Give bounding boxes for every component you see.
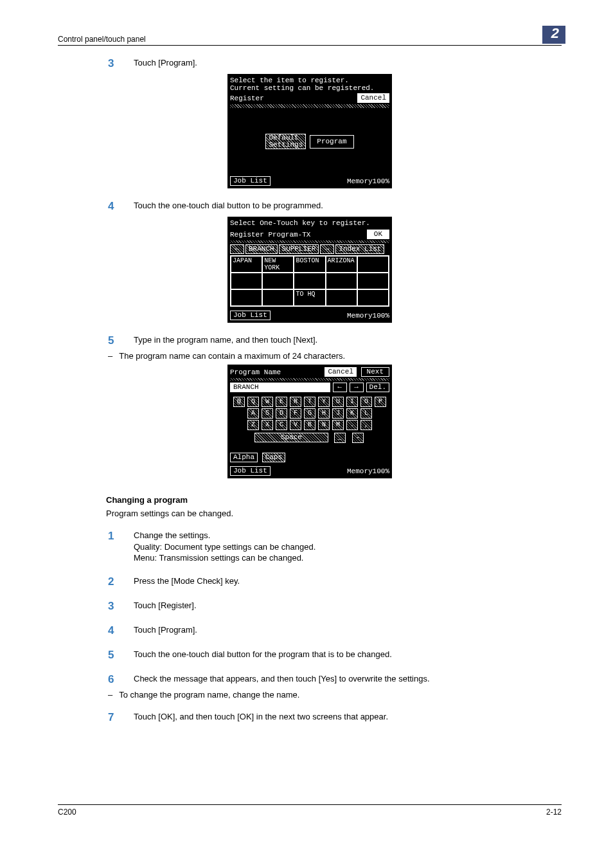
ok-button[interactable]: OK (367, 230, 389, 239)
footer-right: 2-12 (546, 808, 562, 817)
key[interactable]: Q (247, 397, 259, 407)
key[interactable]: V (290, 420, 301, 430)
onetouch-cell[interactable] (231, 289, 262, 306)
key[interactable]: L (360, 408, 372, 419)
cursor-right-icon[interactable]: → (350, 383, 364, 392)
key[interactable]: R (290, 397, 301, 407)
space-key[interactable]: Space (254, 433, 328, 442)
tab-branch[interactable]: BRANCH (245, 244, 278, 254)
step-number: 4 (108, 624, 134, 637)
program-button[interactable]: Program (310, 135, 353, 149)
key[interactable]: F (290, 408, 301, 419)
caps-button[interactable]: Caps (262, 453, 285, 462)
onetouch-cell[interactable] (262, 273, 294, 289)
key[interactable]: , (360, 420, 372, 430)
step-text: Check the message that appears, and then… (134, 673, 562, 686)
cancel-button[interactable]: Cancel (357, 93, 389, 103)
onetouch-cell[interactable] (326, 289, 357, 306)
key[interactable]: J (332, 408, 344, 419)
touch-panel-keyboard: Program Name Cancel Next BRANCH ← → Del.… (227, 365, 392, 478)
footer-left: C200 (58, 808, 76, 817)
tab-supplier[interactable]: SUPPLIER (279, 244, 319, 254)
delete-button[interactable]: Del. (366, 383, 389, 392)
key[interactable]: . (346, 420, 358, 430)
onetouch-cell[interactable]: BOSTON (294, 256, 325, 273)
default-settings-button[interactable]: Default Settings (265, 134, 306, 149)
job-list-button[interactable]: Job List (230, 311, 271, 320)
key[interactable]: T (304, 397, 315, 407)
keyboard-row: Space _ - (230, 432, 389, 444)
touch-panel-register: Select the item to register. Current set… (227, 74, 392, 188)
memory-indicator: Memory100% (347, 312, 389, 320)
key[interactable]: I (346, 397, 358, 407)
onetouch-cell[interactable] (262, 289, 294, 306)
keyboard-row: @QWERTYUIOP (230, 396, 389, 408)
key[interactable]: M (332, 420, 344, 430)
onetouch-cell[interactable] (357, 289, 389, 306)
cancel-button[interactable]: Cancel (324, 367, 357, 377)
key[interactable]: Y (318, 397, 330, 407)
onetouch-cell[interactable] (294, 273, 325, 289)
arrow-left-icon[interactable]: ← (230, 244, 244, 254)
step-text: Touch [OK], and then touch [OK] in the n… (134, 711, 562, 724)
arrow-right-icon[interactable]: → (320, 244, 334, 254)
alpha-button[interactable]: Alpha (230, 453, 258, 462)
key[interactable]: Z (247, 420, 259, 430)
key[interactable]: @ (233, 397, 245, 407)
key[interactable]: P (375, 397, 386, 407)
key[interactable]: H (318, 408, 330, 419)
memory-indicator: Memory100% (347, 467, 389, 475)
step-subnote: –The program name can contain a maximum … (108, 351, 562, 361)
onetouch-cell[interactable]: JAPAN (231, 256, 262, 273)
key[interactable]: A (247, 408, 259, 419)
prompt-line: Select the item to register. (230, 77, 389, 84)
onetouch-cell[interactable]: NEW YORK (262, 256, 294, 273)
cursor-left-icon[interactable]: ← (333, 383, 347, 392)
keyboard-row: ZXCVBNM., (230, 419, 389, 431)
underscore-key[interactable]: _ (334, 433, 346, 443)
onetouch-cell[interactable] (357, 256, 389, 273)
step-text: Touch [Register]. (134, 600, 562, 613)
onetouch-cell[interactable] (357, 273, 389, 289)
index-list-button[interactable]: Index List (335, 244, 384, 254)
step-text: Touch [Program]. (134, 57, 562, 70)
step-number: 2 (108, 575, 134, 588)
page-header: Control panel/touch panel 2 (58, 26, 562, 46)
key[interactable]: W (262, 397, 273, 407)
prompt-line: Current setting can be registered. (230, 84, 389, 92)
step-text: Press the [Mode Check] key. (134, 575, 562, 588)
job-list-button[interactable]: Job List (230, 176, 271, 186)
divider (230, 240, 389, 243)
page-footer: C200 2-12 (58, 804, 562, 817)
key[interactable]: G (304, 408, 315, 419)
section-intro: Program settings can be changed. (106, 509, 562, 518)
onetouch-cell[interactable] (326, 273, 357, 289)
step-number: 5 (108, 649, 134, 662)
step-text: Touch [Program]. (134, 624, 562, 637)
key[interactable]: K (346, 408, 358, 419)
memory-indicator: Memory100% (347, 177, 389, 185)
section-number-badge: 2 (542, 26, 565, 44)
step-number: 5 (108, 334, 134, 347)
next-button[interactable]: Next (361, 367, 389, 377)
step-number: 4 (108, 200, 134, 213)
hyphen-key[interactable]: - (352, 433, 364, 443)
key[interactable]: C (276, 420, 287, 430)
divider (230, 378, 389, 381)
key[interactable]: E (276, 397, 287, 407)
key[interactable]: X (262, 420, 273, 430)
job-list-button[interactable]: Job List (230, 466, 271, 476)
key[interactable]: B (304, 420, 315, 430)
step-number: 3 (108, 600, 134, 613)
onetouch-cell[interactable] (231, 273, 262, 289)
key[interactable]: S (262, 408, 273, 419)
onetouch-cell[interactable]: ARIZONA (326, 256, 357, 273)
key[interactable]: D (276, 408, 287, 419)
panel-title: Program Name (230, 368, 281, 376)
program-name-input[interactable]: BRANCH (230, 383, 330, 392)
key[interactable]: U (332, 397, 344, 407)
key[interactable]: O (360, 397, 372, 407)
key[interactable]: N (318, 420, 330, 430)
prompt-line: Select One-Touch key to register. (230, 219, 389, 227)
onetouch-cell[interactable]: TO HQ (294, 289, 325, 306)
